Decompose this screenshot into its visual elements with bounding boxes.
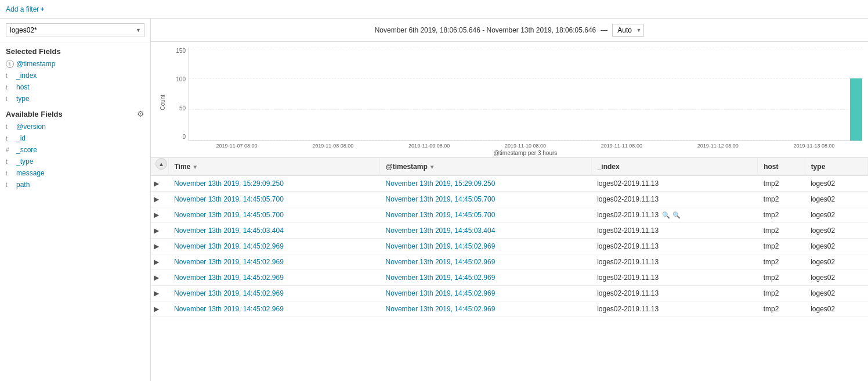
table-header: Time▼@timestamp▼_indexhosttype bbox=[151, 158, 868, 176]
x-axis-label: 2019-11-13 08:00 bbox=[766, 143, 862, 149]
auto-select-wrapper[interactable]: Auto1m5m10m30m1h3h12h24h bbox=[612, 24, 644, 37]
field-name: _index bbox=[16, 71, 37, 80]
table-row: ▶November 13th 2019, 14:45:05.700Novembe… bbox=[151, 207, 868, 223]
available-field-item[interactable]: tpath bbox=[0, 179, 150, 190]
timestamp-cell: November 13th 2019, 14:45:02.969 bbox=[380, 239, 592, 254]
host-cell: tmp2 bbox=[758, 270, 805, 286]
table-row: ▶November 13th 2019, 14:45:02.969Novembe… bbox=[151, 270, 868, 286]
selected-field-item[interactable]: ttype bbox=[0, 93, 150, 105]
index-cell: loges02-2019.11.13 bbox=[591, 286, 758, 301]
add-filter-plus: + bbox=[40, 5, 44, 13]
field-type: t bbox=[6, 84, 14, 91]
expand-cell[interactable]: ▶ bbox=[151, 176, 168, 192]
y-axis-title: Count bbox=[160, 95, 166, 110]
expand-cell[interactable]: ▶ bbox=[151, 239, 168, 254]
host-cell: tmp2 bbox=[758, 301, 805, 317]
expand-cell[interactable]: ▶ bbox=[151, 270, 168, 286]
field-type: # bbox=[6, 147, 14, 153]
chart-x-labels: 2019-11-07 08:002019-11-08 08:002019-11-… bbox=[189, 141, 862, 149]
timestamp-cell: November 13th 2019, 14:45:05.700 bbox=[380, 207, 592, 223]
chart-bar bbox=[850, 78, 862, 141]
table-container[interactable]: Time▼@timestamp▼_indexhosttype ▶November… bbox=[151, 158, 868, 381]
field-type: t bbox=[6, 124, 14, 130]
right-content: November 6th 2019, 18:06:05.646 - Novemb… bbox=[151, 19, 868, 381]
th-type: type bbox=[805, 158, 867, 176]
selected-field-item[interactable]: thost bbox=[0, 81, 150, 93]
index-selector[interactable]: loges02* bbox=[0, 19, 150, 42]
host-cell: tmp2 bbox=[758, 207, 805, 223]
timestamp-cell: November 13th 2019, 15:29:09.250 bbox=[380, 176, 592, 192]
timestamp-cell: November 13th 2019, 14:45:02.969 bbox=[380, 270, 592, 286]
host-cell: tmp2 bbox=[758, 239, 805, 254]
auto-select[interactable]: Auto1m5m10m30m1h3h12h24h bbox=[612, 24, 644, 37]
type-cell: loges02 bbox=[805, 207, 867, 223]
chart-inner: 2019-11-07 08:002019-11-08 08:002019-11-… bbox=[189, 48, 862, 157]
selected-field-item[interactable]: t@timestamp bbox=[0, 58, 150, 70]
field-name: _id bbox=[16, 134, 26, 142]
available-field-item[interactable]: t@version bbox=[0, 121, 150, 132]
table-row: ▶November 13th 2019, 14:45:02.969Novembe… bbox=[151, 286, 868, 301]
main-container: loges02* Selected Fields t@timestampt_in… bbox=[0, 19, 868, 381]
expand-cell[interactable]: ▶ bbox=[151, 301, 168, 317]
field-type: t bbox=[6, 170, 14, 177]
field-name: _score bbox=[16, 146, 37, 154]
x-axis-label: 2019-11-12 08:00 bbox=[670, 143, 766, 149]
available-fields-title: Available Fields bbox=[6, 110, 63, 118]
zoom-out-icon[interactable]: 🔍 bbox=[672, 211, 681, 219]
th-time[interactable]: Time▼ bbox=[168, 158, 380, 176]
time-cell: November 13th 2019, 14:45:05.700 bbox=[168, 207, 380, 223]
type-cell: loges02 bbox=[805, 301, 867, 317]
host-cell: tmp2 bbox=[758, 286, 805, 301]
available-field-item[interactable]: #_score bbox=[0, 144, 150, 156]
available-field-item[interactable]: t_type bbox=[0, 156, 150, 167]
time-cell: November 13th 2019, 14:45:02.969 bbox=[168, 286, 380, 301]
available-field-item[interactable]: t_id bbox=[0, 132, 150, 144]
table-row: ▶November 13th 2019, 14:45:02.969Novembe… bbox=[151, 254, 868, 270]
x-axis-label: 2019-11-07 08:00 bbox=[189, 143, 285, 149]
index-cell: loges02-2019.11.13 bbox=[591, 176, 758, 192]
results-table: Time▼@timestamp▼_indexhosttype ▶November… bbox=[151, 158, 868, 317]
host-cell: tmp2 bbox=[758, 176, 805, 192]
expand-cell[interactable]: ▶ bbox=[151, 207, 168, 223]
index-cell: loges02-2019.11.13 bbox=[591, 301, 758, 317]
type-cell: loges02 bbox=[805, 254, 867, 270]
expand-cell[interactable]: ▶ bbox=[151, 254, 168, 270]
field-type: t bbox=[6, 135, 14, 142]
timestamp-cell: November 13th 2019, 14:45:02.969 bbox=[380, 286, 592, 301]
available-fields-header: Available Fields ⚙ bbox=[0, 105, 150, 121]
field-name: path bbox=[16, 181, 30, 189]
selected-fields-title: Selected Fields bbox=[0, 42, 150, 58]
x-axis-label: 2019-11-10 08:00 bbox=[478, 143, 574, 149]
gear-icon[interactable]: ⚙ bbox=[137, 109, 144, 118]
type-cell: loges02 bbox=[805, 270, 867, 286]
expand-cell[interactable]: ▶ bbox=[151, 286, 168, 301]
field-name: host bbox=[16, 83, 30, 91]
time-cell: November 13th 2019, 14:45:02.969 bbox=[168, 254, 380, 270]
add-filter-link[interactable]: Add a filter+ bbox=[6, 5, 44, 13]
y-axis-label: 150 bbox=[176, 48, 186, 54]
index-select[interactable]: loges02* bbox=[6, 23, 144, 37]
field-type: t bbox=[6, 159, 14, 165]
y-axis-label: 0 bbox=[182, 134, 186, 140]
time-cell: November 13th 2019, 14:45:02.969 bbox=[168, 301, 380, 317]
index-cell: loges02-2019.11.13 bbox=[591, 270, 758, 286]
selected-field-item[interactable]: t_index bbox=[0, 70, 150, 81]
index-cell: loges02-2019.11.13 bbox=[591, 223, 758, 239]
field-name: @version bbox=[16, 123, 46, 131]
type-cell: loges02 bbox=[805, 286, 867, 301]
clock-icon: t bbox=[6, 60, 14, 68]
field-type: t bbox=[6, 182, 14, 188]
bars-area bbox=[189, 48, 862, 141]
expand-cell[interactable]: ▶ bbox=[151, 192, 168, 207]
zoom-in-icon[interactable]: 🔍 bbox=[662, 211, 670, 219]
y-axis-label: 100 bbox=[176, 76, 186, 82]
expand-cell[interactable]: ▶ bbox=[151, 223, 168, 239]
timestamp-cell: November 13th 2019, 14:45:02.969 bbox=[380, 301, 592, 317]
collapse-chart-button[interactable]: ▲ bbox=[155, 158, 167, 170]
datetime-bar: November 6th 2019, 18:06:05.646 - Novemb… bbox=[151, 19, 868, 42]
th-timestamp[interactable]: @timestamp▼ bbox=[380, 158, 592, 176]
chart-bars-container bbox=[189, 48, 862, 141]
table-row: ▶November 13th 2019, 15:29:09.250Novembe… bbox=[151, 176, 868, 192]
available-field-item[interactable]: tmessage bbox=[0, 167, 150, 179]
time-cell: November 13th 2019, 15:29:09.250 bbox=[168, 176, 380, 192]
